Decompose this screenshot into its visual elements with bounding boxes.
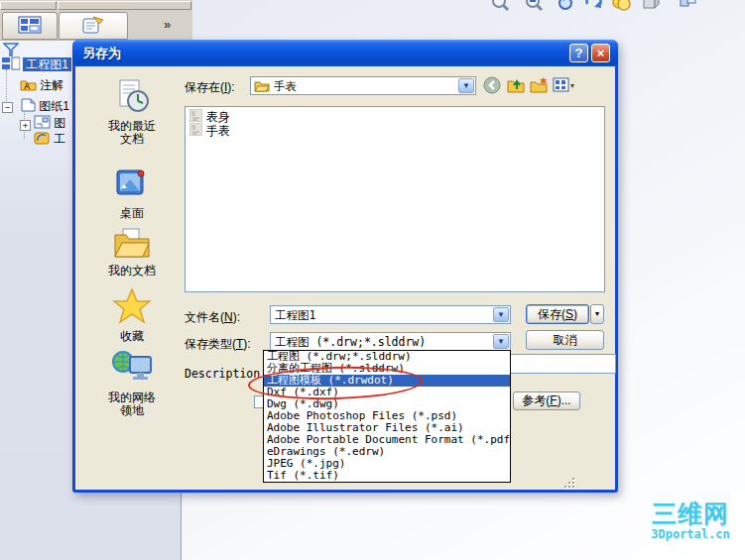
- help-button[interactable]: ?: [569, 44, 588, 62]
- featuremanager-tab-icon: [18, 16, 42, 37]
- save-type-combobox[interactable]: 工程图 (*.drw;*.slddrw) ▼: [270, 332, 511, 351]
- tree-node-label: 工: [54, 132, 65, 146]
- chevron-down-icon[interactable]: ▼: [493, 334, 509, 349]
- dropdown-option[interactable]: JPEG (*.jpg): [264, 458, 510, 470]
- up-one-level-button[interactable]: [507, 76, 526, 95]
- resize-grip[interactable]: [563, 479, 575, 489]
- references-button[interactable]: 参考(F)...: [513, 392, 580, 410]
- recent-documents-icon: [113, 104, 151, 118]
- desktop-icon: [113, 191, 151, 205]
- expand-expander[interactable]: +: [20, 120, 31, 131]
- place-label: 我的文档: [103, 265, 161, 278]
- network-places-icon: [110, 376, 154, 390]
- sheet-format-icon: [34, 118, 51, 132]
- dialog-body: 保存在(I): 手表 ▼ ✱ ▾ 表身 手表: [75, 66, 615, 490]
- view-menu-button[interactable]: ▾: [553, 76, 578, 95]
- file-name-value: 工程图1: [275, 308, 315, 323]
- tree-node-drawing-view[interactable]: 工: [34, 131, 65, 148]
- screen: ▾ ▾ 三维网 3Dportal.cn » 工程图1: [0, 0, 745, 560]
- dialog-title: 另存为: [82, 45, 121, 62]
- place-favorites[interactable]: 收藏: [85, 287, 179, 343]
- tree-node-sheet[interactable]: 图纸1: [21, 98, 69, 115]
- place-network[interactable]: 我的网络领地: [85, 349, 179, 417]
- place-label: 收藏: [103, 330, 161, 343]
- place-label: 我的网络领地: [103, 392, 161, 417]
- toolbar-strip: [58, 1, 191, 10]
- view-orientation-icon[interactable]: ▾: [679, 0, 698, 12]
- dropdown-option[interactable]: Adobe Portable Document Format (*.pdf): [264, 434, 510, 446]
- file-list[interactable]: 表身 手表: [185, 106, 605, 292]
- save-in-label: 保存在(I):: [185, 79, 235, 96]
- dropdown-option[interactable]: Dwg (*.dwg): [264, 398, 510, 410]
- chevron-down-icon[interactable]: ▼: [493, 307, 509, 322]
- favorites-star-icon: [112, 314, 152, 328]
- dialog-titlebar[interactable]: 另存为 ? ×: [72, 40, 618, 66]
- pan-view-icon[interactable]: [611, 0, 631, 12]
- close-icon: ×: [597, 46, 605, 60]
- save-options-button[interactable]: ▾: [590, 304, 604, 324]
- annotations-folder-icon: A: [20, 80, 37, 94]
- cancel-button[interactable]: 取消: [526, 330, 604, 350]
- rotate-view-icon[interactable]: [583, 0, 603, 12]
- caret-icon: ▾: [595, 309, 599, 318]
- back-button[interactable]: [483, 76, 502, 95]
- chevron-down-icon[interactable]: ▼: [458, 78, 474, 93]
- caret-icon: ▾: [570, 81, 574, 90]
- dropdown-option[interactable]: Tif (*.tif): [264, 470, 510, 482]
- svg-text:A: A: [24, 81, 31, 91]
- dropdown-option[interactable]: Adobe Illustrator Files (*.ai): [264, 422, 510, 434]
- save-as-dialog: 另存为 ? × 保存在(I): 手表 ▼ ✱ ▾ 表身: [72, 40, 618, 493]
- drawing-file-icon: [189, 123, 202, 139]
- place-label: 桌面: [103, 207, 161, 220]
- close-button[interactable]: ×: [591, 44, 610, 62]
- file-name-label: 文件名(N):: [185, 309, 240, 326]
- watermark: 三维网 3Dportal.cn: [639, 502, 742, 541]
- collapse-glyph: −: [5, 102, 10, 112]
- tree-node-label: 图纸1: [39, 99, 69, 113]
- drawing-document-icon: [2, 59, 20, 73]
- collapse-expander[interactable]: −: [2, 102, 13, 113]
- watermark-subtitle: 3Dportal.cn: [639, 527, 742, 541]
- expand-glyph: +: [23, 120, 28, 130]
- watermark-title: 三维网: [639, 502, 742, 527]
- view-toolbar: ▾ ▾: [484, 0, 732, 14]
- new-folder-button[interactable]: ✱: [530, 76, 549, 95]
- more-tabs-chevron[interactable]: »: [164, 17, 171, 32]
- zoom-fit-icon[interactable]: [490, 0, 510, 12]
- sheet-icon: [21, 101, 36, 115]
- save-button[interactable]: 保存(S): [526, 304, 589, 324]
- tree-node-annotations[interactable]: A 注解: [20, 78, 63, 94]
- save-type-value: 工程图 (*.drw;*.slddrw): [275, 335, 426, 350]
- tab-featuremanager[interactable]: [2, 12, 58, 40]
- dropdown-option[interactable]: Adobe Photoshop Files (*.psd): [264, 410, 510, 422]
- tree-node-label: 图: [54, 116, 65, 130]
- feature-manager-header: »: [0, 0, 192, 41]
- place-recent-documents[interactable]: 我的最近文档: [85, 79, 179, 146]
- previous-view-icon[interactable]: [556, 0, 575, 12]
- tree-node-sheet-format[interactable]: 图: [34, 115, 65, 132]
- dropdown-option[interactable]: eDrawings (*.edrw): [264, 446, 510, 458]
- dropdown-option[interactable]: 工程图 (*.drw;*.slddrw): [264, 351, 510, 363]
- zoom-area-icon[interactable]: [524, 0, 544, 12]
- file-name-combobox[interactable]: 工程图1 ▼: [270, 305, 511, 324]
- place-label: 我的最近文档: [103, 120, 161, 146]
- help-glyph: ?: [575, 46, 583, 60]
- place-desktop[interactable]: 桌面: [85, 167, 179, 220]
- svg-text:✱: ✱: [540, 76, 548, 86]
- save-in-combobox[interactable]: 手表 ▼: [250, 76, 476, 95]
- tree-node-drawing-root[interactable]: 工程图1: [2, 56, 71, 73]
- file-name: 手表: [206, 123, 230, 140]
- tree-node-label: 注解: [40, 78, 63, 92]
- place-my-documents[interactable]: 我的文档: [85, 226, 179, 278]
- propertymanager-tab-icon: [81, 15, 105, 38]
- folder-icon: [254, 79, 270, 95]
- list-item[interactable]: 手表: [189, 124, 230, 138]
- my-documents-icon: [113, 249, 151, 263]
- description-label: Description: [185, 367, 260, 381]
- save-type-label: 保存类型(T):: [185, 336, 251, 353]
- tree-node-label: 工程图1: [23, 57, 71, 71]
- toolbar-strip: [0, 1, 57, 10]
- tab-propertymanager[interactable]: [59, 12, 128, 40]
- drawing-view-icon: [34, 134, 51, 148]
- display-style-icon[interactable]: ▾: [641, 0, 661, 12]
